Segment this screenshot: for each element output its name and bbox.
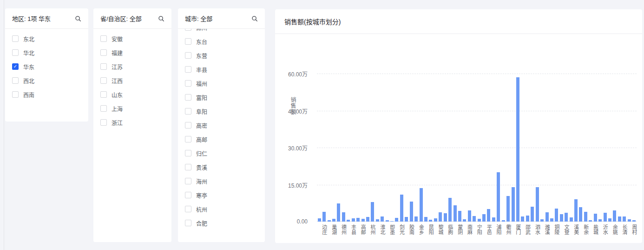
bar[interactable] xyxy=(574,199,578,222)
bar[interactable] xyxy=(366,217,369,222)
bar[interactable] xyxy=(579,207,582,222)
bar[interactable] xyxy=(570,217,573,222)
bar[interactable] xyxy=(337,203,340,222)
checkbox[interactable] xyxy=(100,63,107,70)
checkbox[interactable] xyxy=(12,91,19,98)
bar[interactable] xyxy=(550,218,553,222)
bar[interactable] xyxy=(347,220,350,222)
bar[interactable] xyxy=(395,218,398,222)
list-item[interactable]: 福建 xyxy=(100,46,164,60)
search-button[interactable] xyxy=(251,15,258,22)
bar[interactable] xyxy=(439,212,442,222)
checkbox[interactable] xyxy=(185,178,191,184)
bar[interactable] xyxy=(410,202,413,222)
bar[interactable] xyxy=(565,213,568,222)
checkbox[interactable] xyxy=(185,29,191,31)
bar[interactable] xyxy=(628,219,631,222)
checkbox[interactable] xyxy=(185,108,191,115)
bar[interactable] xyxy=(521,216,524,222)
bar[interactable] xyxy=(516,77,519,222)
bar[interactable] xyxy=(506,196,510,222)
bar[interactable] xyxy=(381,216,384,222)
filter-items-2[interactable]: 滁州东台东营丰县福州富阳阜阳高密高邮归仁贵溪海州寒亭杭州合肥 xyxy=(178,29,265,227)
bar[interactable] xyxy=(414,216,418,222)
bar[interactable] xyxy=(526,216,529,222)
checkbox[interactable] xyxy=(185,206,191,212)
bar[interactable] xyxy=(540,219,544,222)
list-item[interactable]: 西北 xyxy=(12,74,81,88)
search-button[interactable] xyxy=(75,15,81,22)
list-item[interactable]: 东营 xyxy=(185,48,258,62)
bar[interactable] xyxy=(332,219,335,222)
list-item[interactable]: 滁州 xyxy=(185,29,258,34)
bar[interactable] xyxy=(502,220,505,222)
list-item[interactable]: 浙江 xyxy=(100,115,164,129)
checkbox[interactable] xyxy=(185,80,191,87)
list-item[interactable]: 安徽 xyxy=(100,32,164,46)
bar[interactable] xyxy=(594,214,597,222)
bar[interactable] xyxy=(531,207,534,222)
list-item[interactable]: 山东 xyxy=(100,88,164,101)
list-item[interactable]: 归仁 xyxy=(185,146,258,160)
bar[interactable] xyxy=(361,219,365,222)
bar[interactable] xyxy=(328,220,331,222)
bar[interactable] xyxy=(623,216,626,222)
checkbox[interactable] xyxy=(12,49,19,56)
bar[interactable] xyxy=(545,212,549,222)
bar[interactable] xyxy=(478,219,481,222)
bar[interactable] xyxy=(468,210,471,222)
bar[interactable] xyxy=(444,213,447,222)
list-item[interactable]: 海州 xyxy=(185,174,258,188)
checkbox[interactable] xyxy=(100,119,107,126)
list-item[interactable]: 福州 xyxy=(185,76,258,90)
bar[interactable] xyxy=(405,217,408,222)
list-item[interactable]: 江西 xyxy=(100,74,164,88)
checkbox[interactable] xyxy=(100,77,107,84)
checkbox[interactable] xyxy=(185,192,191,198)
checkbox[interactable] xyxy=(100,91,107,98)
bar[interactable] xyxy=(512,187,515,222)
bar[interactable] xyxy=(352,218,355,222)
bar[interactable] xyxy=(613,210,616,222)
bar[interactable] xyxy=(400,195,403,222)
checkbox[interactable] xyxy=(185,122,191,128)
bar[interactable] xyxy=(584,212,587,222)
checkbox[interactable] xyxy=(185,220,191,226)
bar[interactable] xyxy=(386,220,389,222)
bar[interactable] xyxy=(342,212,345,222)
list-item[interactable]: 高邮 xyxy=(185,132,258,146)
bar[interactable] xyxy=(618,216,621,222)
bar[interactable] xyxy=(473,216,476,222)
bar[interactable] xyxy=(497,172,500,222)
bar[interactable] xyxy=(604,213,607,222)
checkbox[interactable] xyxy=(100,105,107,112)
bar[interactable] xyxy=(555,209,558,222)
bar[interactable] xyxy=(318,218,321,222)
search-button[interactable] xyxy=(158,15,164,22)
list-item[interactable]: 丰县 xyxy=(185,62,258,76)
list-item[interactable]: 寒亭 xyxy=(185,188,258,202)
bar[interactable] xyxy=(492,217,495,222)
list-item[interactable]: 阜阳 xyxy=(185,104,258,118)
list-item[interactable]: 江苏 xyxy=(100,60,164,74)
bar[interactable] xyxy=(536,187,539,222)
list-item[interactable]: 高密 xyxy=(185,118,258,132)
list-item[interactable]: 贵溪 xyxy=(185,160,258,174)
list-item[interactable]: 东北 xyxy=(12,32,81,46)
checkbox[interactable] xyxy=(185,94,191,101)
checkbox[interactable] xyxy=(12,35,19,42)
bar[interactable] xyxy=(453,205,457,222)
bar[interactable] xyxy=(632,220,636,222)
bar[interactable] xyxy=(463,219,466,222)
list-item[interactable]: 上海 xyxy=(100,101,164,115)
list-item[interactable]: 东台 xyxy=(185,34,258,48)
checkbox[interactable] xyxy=(100,35,107,42)
bar[interactable] xyxy=(448,198,452,222)
bar[interactable] xyxy=(420,188,423,222)
list-item[interactable]: 杭州 xyxy=(185,202,258,216)
bar[interactable] xyxy=(560,214,563,222)
bar[interactable] xyxy=(482,214,486,222)
checkbox[interactable] xyxy=(12,77,19,84)
checkbox[interactable] xyxy=(185,66,191,73)
checkbox[interactable] xyxy=(185,52,191,59)
